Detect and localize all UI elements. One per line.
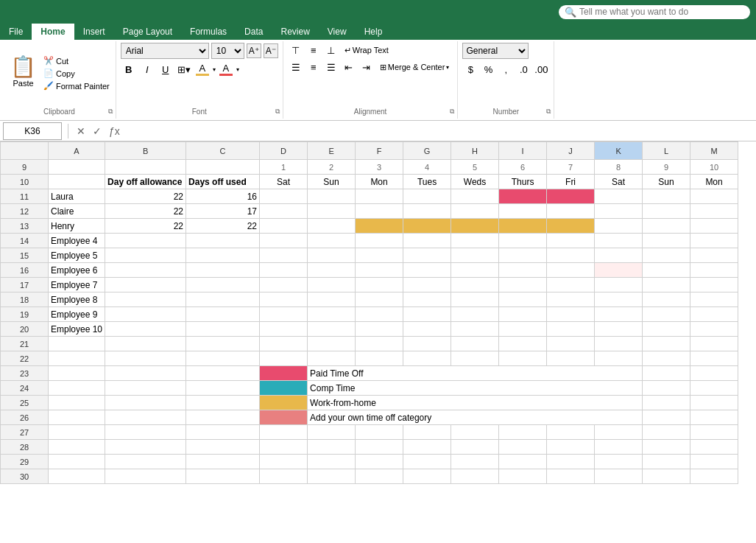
tab-data[interactable]: Data [236,24,272,40]
cell-M12[interactable] [690,204,738,219]
font-color-button[interactable]: A [218,61,234,77]
cell-D12[interactable] [260,204,308,219]
cell-H11[interactable] [451,189,499,204]
cell-D10[interactable]: Sat [260,175,308,189]
cell-M13[interactable] [690,219,738,234]
cell-A17[interactable]: Employee 7 [49,278,105,292]
cell-K10[interactable]: Sat [595,175,643,189]
row-header-24[interactable]: 24 [1,381,49,396]
align-middle-button[interactable]: ≡ [305,43,322,57]
cell-I12[interactable] [499,204,547,219]
cell-M9[interactable]: 10 [690,160,738,175]
cell-M11[interactable] [690,189,738,204]
cell-E13[interactable] [308,219,356,234]
row-header-15[interactable]: 15 [1,248,49,263]
cut-button[interactable]: ✂️ Cut [42,55,111,66]
insert-function-icon[interactable]: ƒx [107,125,122,138]
merge-center-button[interactable]: ⊞ Merge & Center ▾ [376,61,453,74]
font-color-arrow[interactable]: ▾ [236,66,239,73]
font-family-select[interactable]: Arial [121,43,209,59]
wrap-text-button[interactable]: ↵ Wrap Text [341,44,392,57]
cell-B9[interactable] [105,160,186,175]
cell-B13[interactable]: 22 [105,219,186,234]
col-header-E[interactable]: E [308,142,356,160]
alignment-expander[interactable]: ⧉ [450,108,454,116]
legend-comp-label[interactable]: Comp Time [308,381,643,396]
fill-color-button[interactable]: A [194,61,211,77]
cell-A18[interactable]: Employee 8 [49,292,105,307]
cell-A10[interactable] [49,175,105,189]
tab-page-layout[interactable]: Page Layout [114,24,181,40]
cell-E12[interactable] [308,204,356,219]
decimal-decrease-button[interactable]: .00 [533,61,549,77]
row-header-18[interactable]: 18 [1,292,49,307]
row-header-27[interactable]: 27 [1,425,49,440]
cell-G10[interactable]: Tues [403,175,451,189]
row-header-9[interactable]: 9 [1,160,49,175]
row-header-25[interactable]: 25 [1,396,49,410]
cell-J9[interactable]: 7 [547,160,595,175]
legend-custom-color[interactable] [260,410,308,425]
format-painter-button[interactable]: 🖌️ Format Painter [42,80,111,91]
col-header-A[interactable]: A [49,142,105,160]
legend-wfh-color[interactable] [260,396,308,410]
cell-C9[interactable] [186,160,260,175]
tab-home[interactable]: Home [32,24,74,40]
percent-button[interactable]: % [480,61,496,77]
cancel-formula-icon[interactable]: ✕ [74,125,88,138]
cell-C10[interactable]: Days off used [186,175,260,189]
cell-I13[interactable] [499,219,547,234]
tab-help[interactable]: Help [356,24,392,40]
spreadsheet-container[interactable]: A B C D E F G H I J K L M 9 1 [0,141,756,543]
cell-C13[interactable]: 22 [186,219,260,234]
tab-review[interactable]: Review [272,24,318,40]
col-header-L[interactable]: L [643,142,690,160]
cell-J13[interactable] [547,219,595,234]
cell-H13[interactable] [451,219,499,234]
decimal-increase-button[interactable]: .0 [515,61,531,77]
currency-button[interactable]: $ [462,61,478,77]
legend-custom-label[interactable]: Add your own time off category [308,410,643,425]
indent-increase-button[interactable]: ⇥ [358,60,375,74]
indent-decrease-button[interactable]: ⇤ [341,60,357,74]
col-header-J[interactable]: J [547,142,595,160]
number-format-select[interactable]: General [462,43,529,59]
cell-G12[interactable] [403,204,451,219]
cell-G9[interactable]: 4 [403,160,451,175]
cell-D9[interactable]: 1 [260,160,308,175]
cell-A19[interactable]: Employee 9 [49,307,105,322]
confirm-formula-icon[interactable]: ✓ [91,125,104,138]
cell-D13[interactable] [260,219,308,234]
row-header-28[interactable]: 28 [1,440,49,455]
cell-K9[interactable]: 8 [595,160,643,175]
cell-I10[interactable]: Thurs [499,175,547,189]
cell-L10[interactable]: Sun [643,175,690,189]
tab-formulas[interactable]: Formulas [181,24,236,40]
cell-A13[interactable]: Henry [49,219,105,234]
row-header-30[interactable]: 30 [1,469,49,484]
cell-A15[interactable]: Employee 5 [49,248,105,263]
cell-A9[interactable] [49,160,105,175]
align-top-button[interactable]: ⊤ [288,43,304,57]
cell-B14[interactable] [105,234,186,248]
cell-L9[interactable]: 9 [643,160,690,175]
cell-J10[interactable]: Fri [547,175,595,189]
cell-K13[interactable] [595,219,643,234]
search-input[interactable] [579,7,727,17]
comma-button[interactable]: , [498,61,514,77]
cell-G13[interactable] [403,219,451,234]
cell-L13[interactable] [643,219,690,234]
font-expander[interactable]: ⧉ [275,108,280,116]
cell-A12[interactable]: Claire [49,204,105,219]
row-header-16[interactable]: 16 [1,263,49,278]
row-header-13[interactable]: 13 [1,219,49,234]
cell-A14[interactable]: Employee 4 [49,234,105,248]
col-header-M[interactable]: M [690,142,738,160]
row-header-17[interactable]: 17 [1,278,49,292]
row-header-22[interactable]: 22 [1,351,49,366]
cell-F9[interactable]: 3 [356,160,403,175]
col-header-G[interactable]: G [403,142,451,160]
cell-B11[interactable]: 22 [105,189,186,204]
cell-F11[interactable] [356,189,403,204]
cell-B12[interactable]: 22 [105,204,186,219]
